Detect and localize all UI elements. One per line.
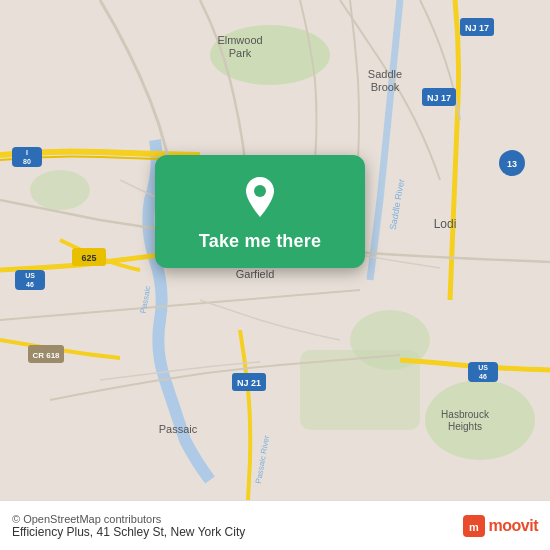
svg-text:Elmwood: Elmwood <box>217 34 262 46</box>
svg-text:NJ 17: NJ 17 <box>465 23 489 33</box>
svg-text:13: 13 <box>507 159 517 169</box>
svg-text:NJ 21: NJ 21 <box>237 378 261 388</box>
take-me-there-button[interactable]: Take me there <box>199 231 321 252</box>
svg-text:US: US <box>25 272 35 279</box>
attribution-text: © OpenStreetMap contributors <box>12 513 463 525</box>
svg-text:Lodi: Lodi <box>434 217 457 231</box>
svg-text:Passaic: Passaic <box>159 423 198 435</box>
moovit-brand-text: moovit <box>489 517 538 535</box>
popup-card: Take me there <box>155 155 365 268</box>
svg-text:Park: Park <box>229 47 252 59</box>
moovit-logo: m moovit <box>463 515 538 537</box>
svg-text:Saddle: Saddle <box>368 68 402 80</box>
svg-text:46: 46 <box>26 281 34 288</box>
moovit-icon: m <box>463 515 485 537</box>
map-container[interactable]: NJ 17 NJ 17 13 US 46 625 NJ 21 CR 618 I … <box>0 0 550 500</box>
svg-text:625: 625 <box>81 253 96 263</box>
svg-point-2 <box>425 380 535 460</box>
location-pin-icon <box>236 173 284 221</box>
svg-text:Garfield: Garfield <box>236 268 275 280</box>
svg-text:Hasbrouck: Hasbrouck <box>441 409 490 420</box>
svg-text:CR 618: CR 618 <box>32 351 60 360</box>
svg-text:Brook: Brook <box>371 81 400 93</box>
svg-text:I: I <box>26 149 28 156</box>
svg-text:NJ 17: NJ 17 <box>427 93 451 103</box>
svg-text:80: 80 <box>23 158 31 165</box>
svg-text:Heights: Heights <box>448 421 482 432</box>
svg-text:m: m <box>469 521 479 533</box>
svg-text:46: 46 <box>479 373 487 380</box>
svg-point-39 <box>254 185 266 197</box>
address-text: Efficiency Plus, 41 Schley St, New York … <box>12 525 463 539</box>
svg-text:US: US <box>478 364 488 371</box>
bottom-content: © OpenStreetMap contributors Efficiency … <box>12 513 463 539</box>
bottom-bar: © OpenStreetMap contributors Efficiency … <box>0 500 550 550</box>
svg-point-4 <box>30 170 90 210</box>
